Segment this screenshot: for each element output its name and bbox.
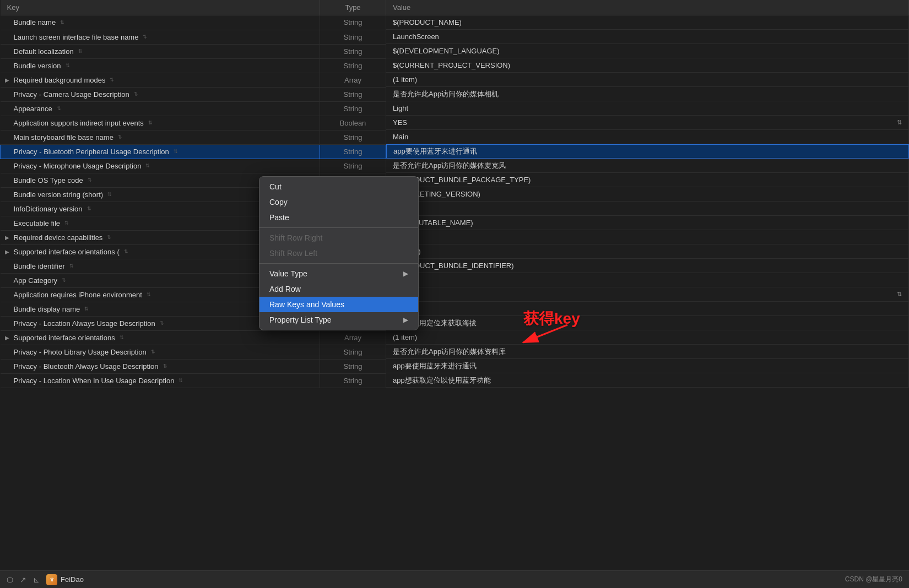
- key-text: Privacy - Photo Library Usage Descriptio…: [14, 348, 147, 356]
- value-cell: app想获取定位以使用蓝牙功能: [386, 373, 909, 388]
- sort-arrows: ⇅: [88, 177, 92, 183]
- table-row[interactable]: Bundle version⇅String$(CURRENT_PROJECT_V…: [1, 58, 909, 73]
- key-text: Application supports indirect input even…: [14, 119, 144, 127]
- value-cell: 是否允许此App访问你的媒体相机: [386, 87, 909, 101]
- key-text: Privacy - Camera Usage Description: [14, 90, 129, 99]
- value-cell: 是否允许此App访问你的媒体麦克风: [386, 159, 909, 173]
- table-row[interactable]: Privacy - Location Always Usage Descript…: [1, 316, 909, 330]
- type-column-header[interactable]: Type: [320, 0, 386, 15]
- table-row[interactable]: Bundle name⇅String$(PRODUCT_NAME): [1, 15, 909, 30]
- value-cell: [386, 273, 909, 287]
- table-row[interactable]: Executable file⇅String$(EXECUTABLE_NAME): [1, 216, 909, 230]
- sort-arrows: ⇅: [151, 349, 155, 355]
- context-menu-item-paste[interactable]: Paste: [259, 210, 418, 225]
- disclosure-triangle[interactable]: ▶: [5, 249, 12, 255]
- table-row[interactable]: Privacy - Bluetooth Always Usage Descrip…: [1, 359, 909, 373]
- submenu-arrow-icon: ▶: [403, 270, 408, 277]
- value-cell: $(PRODUCT_BUNDLE_IDENTIFIER): [386, 259, 909, 273]
- value-cell: $(PRODUCT_BUNDLE_PACKAGE_TYPE): [386, 173, 909, 187]
- table-row[interactable]: Privacy - Bluetooth Peripheral Usage Des…: [1, 144, 909, 159]
- disclosure-triangle[interactable]: ▶: [5, 77, 12, 83]
- sort-arrows: ⇅: [69, 263, 74, 269]
- key-text: Privacy - Bluetooth Peripheral Usage Des…: [14, 148, 169, 156]
- sort-arrows: ⇅: [160, 320, 164, 326]
- table-row[interactable]: App Category⇅String: [1, 273, 909, 287]
- table-row[interactable]: Appearance⇅StringLight: [1, 101, 909, 116]
- table-row[interactable]: Privacy - Microphone Usage Description⇅S…: [1, 159, 909, 173]
- type-cell: String: [320, 15, 386, 30]
- type-cell: String: [320, 359, 386, 373]
- key-text: Bundle display name: [14, 305, 80, 313]
- table-row[interactable]: ▶Supported interface orientations⇅Array(…: [1, 330, 909, 345]
- type-cell: String: [320, 58, 386, 73]
- submenu-arrow-icon: ▶: [403, 316, 408, 324]
- context-menu-item-raw-keys[interactable]: Raw Keys and Values: [259, 297, 418, 312]
- context-menu-item-shift-left: Shift Row Left: [259, 246, 418, 261]
- value-cell: (1 item): [386, 73, 909, 87]
- key-text: Application requires iPhone environment: [14, 291, 142, 299]
- table-row[interactable]: Privacy - Camera Usage Description⇅Strin…: [1, 87, 909, 101]
- key-cell: Bundle version⇅: [1, 58, 320, 73]
- status-bar: ⬡ ↗ ⊾ 🗡 FeiDao CSDN @星星月亮0: [0, 570, 909, 588]
- nav-icon-2: ↗: [20, 575, 26, 584]
- key-cell: Default localization⇅: [1, 44, 320, 58]
- table-row[interactable]: Launch screen interface file base name⇅S…: [1, 30, 909, 44]
- key-cell: Application supports indirect input even…: [1, 116, 320, 130]
- menu-item-label: Cut: [269, 182, 282, 191]
- sort-arrows: ⇅: [174, 149, 178, 154]
- key-cell: Appearance⇅: [1, 101, 320, 116]
- table-row[interactable]: Privacy - Photo Library Usage Descriptio…: [1, 345, 909, 359]
- key-column-header[interactable]: Key: [1, 0, 320, 15]
- context-menu: CutCopyPasteShift Row RightShift Row Lef…: [259, 176, 419, 330]
- table-row[interactable]: ▶Required background modes⇅Array(1 item): [1, 73, 909, 87]
- key-text: Launch screen interface file base name: [14, 33, 139, 41]
- sort-arrows: ⇅: [66, 63, 70, 68]
- table-row[interactable]: Bundle OS Type code⇅String$(PRODUCT_BUND…: [1, 173, 909, 187]
- value-cell: $(MARKETING_VERSION): [386, 187, 909, 202]
- sort-arrows: ⇅: [107, 235, 111, 240]
- value-column-header[interactable]: Value: [386, 0, 909, 15]
- sort-arrows: ⇅: [84, 306, 89, 312]
- key-text: Executable file: [14, 219, 61, 227]
- sort-arrows: ⇅: [178, 378, 183, 383]
- type-cell: String: [320, 345, 386, 359]
- context-menu-item-add-row[interactable]: Add Row: [259, 281, 418, 297]
- key-text: Bundle version: [14, 62, 61, 70]
- value-cell: (1 item): [386, 230, 909, 244]
- table-row[interactable]: ▶Required device capabilities⇅Array(1 it…: [1, 230, 909, 244]
- context-menu-item-copy[interactable]: Copy: [259, 194, 418, 210]
- value-stepper[interactable]: ⇅: [897, 119, 902, 126]
- value-cell: YES⇅: [386, 116, 909, 130]
- key-cell: Main storyboard file base name⇅: [1, 130, 320, 144]
- value-cell: YES⇅: [386, 287, 909, 302]
- value-cell: Light: [386, 101, 909, 116]
- type-cell: Array: [320, 73, 386, 87]
- value-cell: $(DEVELOPMENT_LANGUAGE): [386, 44, 909, 58]
- context-menu-item-value-type[interactable]: Value Type▶: [259, 266, 418, 281]
- table-row[interactable]: Privacy - Location When In Use Usage Des…: [1, 373, 909, 388]
- table-row[interactable]: Main storyboard file base name⇅StringMai…: [1, 130, 909, 144]
- table-row[interactable]: Application supports indirect input even…: [1, 116, 909, 130]
- context-menu-item-cut[interactable]: Cut: [259, 179, 418, 194]
- table-row[interactable]: Bundle version string (short)⇅String$(MA…: [1, 187, 909, 202]
- table-row[interactable]: Default localization⇅String$(DEVELOPMENT…: [1, 44, 909, 58]
- app-name: FeiDao: [61, 575, 84, 584]
- disclosure-triangle[interactable]: ▶: [5, 235, 12, 241]
- menu-item-label: Paste: [269, 213, 289, 222]
- table-row[interactable]: Bundle display name⇅Stringtest: [1, 302, 909, 316]
- key-cell: Bundle name⇅: [1, 15, 320, 30]
- type-cell: String: [320, 87, 386, 101]
- value-cell: LaunchScreen: [386, 30, 909, 44]
- disclosure-triangle[interactable]: ▶: [5, 335, 12, 341]
- sort-arrows: ⇅: [148, 120, 153, 126]
- table-row[interactable]: InfoDictionary version⇅String6.0: [1, 202, 909, 216]
- key-text: App Category: [14, 276, 58, 285]
- value-cell: (4 items): [386, 244, 909, 259]
- table-row[interactable]: Bundle identifier⇅String$(PRODUCT_BUNDLE…: [1, 259, 909, 273]
- type-cell: String: [320, 30, 386, 44]
- value-cell: Main: [386, 130, 909, 144]
- value-stepper[interactable]: ⇅: [897, 291, 902, 298]
- table-row[interactable]: Application requires iPhone environment⇅…: [1, 287, 909, 302]
- table-row[interactable]: ▶Supported interface orientations (⇅Arra…: [1, 244, 909, 259]
- context-menu-item-property-list-type[interactable]: Property List Type▶: [259, 312, 418, 328]
